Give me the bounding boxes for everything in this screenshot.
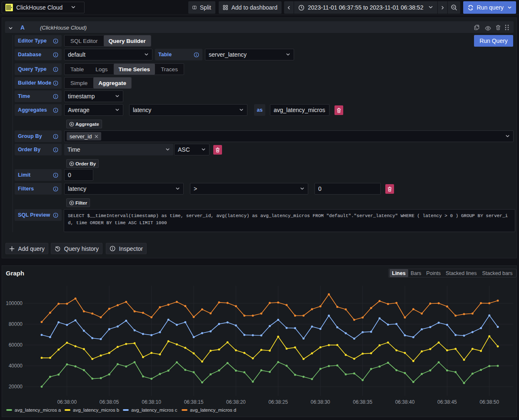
svg-text:06:38:45: 06:38:45 — [437, 399, 457, 405]
svg-text:06:38:30: 06:38:30 — [311, 399, 330, 405]
svg-text:06:38:15: 06:38:15 — [184, 399, 204, 405]
svg-text:60000: 60000 — [9, 342, 23, 348]
svg-text:06:38:20: 06:38:20 — [226, 399, 246, 405]
svg-text:06:38:50: 06:38:50 — [479, 399, 499, 405]
svg-text:06:38:10: 06:38:10 — [142, 399, 161, 405]
svg-text:06:38:25: 06:38:25 — [268, 399, 288, 405]
svg-text:06:38:05: 06:38:05 — [100, 399, 119, 405]
svg-text:06:38:00: 06:38:00 — [57, 399, 77, 405]
svg-text:06:38:40: 06:38:40 — [395, 399, 415, 405]
svg-text:06:38:35: 06:38:35 — [353, 399, 372, 405]
svg-text:40000: 40000 — [9, 363, 23, 369]
svg-text:80000: 80000 — [9, 321, 23, 327]
svg-text:20000: 20000 — [9, 384, 23, 390]
svg-text:100000: 100000 — [6, 300, 22, 306]
